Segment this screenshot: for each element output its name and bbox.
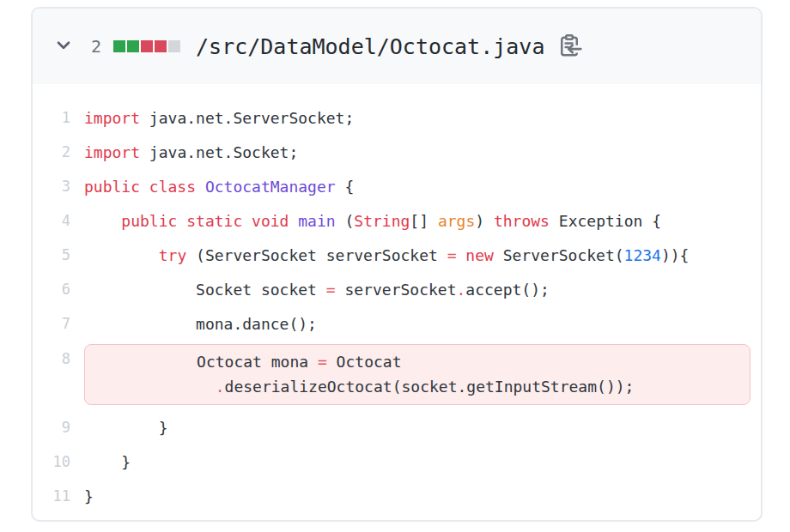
code-token: Octocat mona (85, 353, 318, 371)
code-line: 7 mona.dance(); (33, 306, 761, 341)
code-token: . (216, 378, 225, 396)
code-panel: 1import java.net.ServerSocket;2import ja… (33, 84, 761, 513)
code-token: public class (84, 178, 196, 196)
code-text: mona.dance(); (84, 315, 317, 333)
code-line: 10 } (33, 444, 761, 479)
line-number: 8 (33, 344, 70, 367)
code-token (289, 212, 298, 230)
line-number: 6 (33, 281, 70, 298)
code-token (84, 212, 121, 230)
code-text: Octocat mona = Octocat (85, 349, 750, 374)
code-token: args (438, 212, 475, 230)
code-token (457, 246, 466, 264)
code-token: accept(); (465, 281, 550, 299)
code-token: public static void (121, 212, 289, 230)
line-number: 9 (33, 419, 70, 436)
change-count: 2 (91, 36, 101, 57)
code-token: mona.dance(); (84, 315, 317, 333)
code-line: 11} (33, 479, 761, 513)
code-token (85, 378, 216, 396)
chevron-down-icon (54, 36, 73, 57)
code-token: (ServerSocket serverSocket (186, 246, 447, 264)
code-token: ) (475, 212, 494, 230)
code-token: = (326, 281, 336, 299)
diff-block (127, 40, 139, 52)
code-text: public class OctocatManager { (84, 178, 354, 196)
code-token: ( (336, 212, 355, 230)
code-text: } (84, 419, 168, 437)
code-token: } (84, 419, 168, 437)
code-text: } (84, 487, 94, 505)
code-token: [] (410, 212, 438, 230)
code-token: = (447, 246, 457, 264)
page-root: { "header": { "collapse_icon": "chevron-… (0, 0, 790, 532)
line-number: 7 (33, 315, 70, 332)
file-header: 2 /src/DataModel/Octocat.java (33, 9, 761, 84)
code-token: throws (494, 212, 550, 230)
highlighted-code-box[interactable]: Octocat mona = Octocat .deserializeOctoc… (84, 344, 750, 405)
line-number: 2 (33, 143, 70, 160)
line-number: 10 (33, 453, 70, 470)
file-card: 2 /src/DataModel/Octocat.java 1import ja… (31, 7, 763, 522)
code-token: Socket socket (84, 281, 326, 299)
code-text: public static void main (String[] args) … (84, 212, 661, 230)
code-token: Exception { (550, 212, 661, 230)
code-token: 1234 (624, 246, 661, 264)
code-token: ServerSocket( (494, 246, 624, 264)
diff-blocks (113, 40, 180, 52)
code-line: 4 public static void main (String[] args… (33, 203, 761, 238)
line-number: 5 (33, 246, 70, 263)
code-token: try (159, 246, 187, 264)
diff-block (168, 40, 180, 52)
code-line: 9 } (33, 410, 761, 444)
code-token: { (336, 178, 355, 196)
code-token: } (84, 487, 94, 505)
code-token: String (354, 212, 410, 230)
code-text: import java.net.ServerSocket; (84, 109, 354, 127)
line-number: 11 (33, 487, 70, 505)
code-token: . (457, 281, 466, 299)
code-token: )){ (661, 246, 690, 264)
file-path: /src/DataModel/Octocat.java (196, 34, 544, 59)
code-text: import java.net.Socket; (84, 143, 298, 161)
clipboard-paste-icon (556, 33, 582, 61)
code-line: 5 try (ServerSocket serverSocket = new S… (33, 238, 761, 272)
line-number: 3 (33, 178, 70, 195)
code-token (196, 178, 205, 196)
code-token: main (298, 212, 335, 230)
diff-block (141, 40, 153, 52)
copy-button[interactable] (555, 32, 584, 61)
code-token: import (84, 109, 140, 127)
code-line: 8 Octocat mona = Octocat .deserializeOct… (33, 344, 761, 405)
code-token: import (84, 143, 140, 161)
line-number: 1 (33, 109, 70, 126)
code-token: serverSocket (336, 281, 457, 299)
code-token: = (318, 353, 327, 371)
code-text: Socket socket = serverSocket.accept(); (84, 281, 550, 299)
code-line: 2import java.net.Socket; (33, 135, 761, 169)
code-line: 6 Socket socket = serverSocket.accept(); (33, 272, 761, 306)
code-token: java.net.ServerSocket; (140, 109, 354, 127)
code-line: 1import java.net.ServerSocket; (33, 100, 761, 135)
code-token (84, 246, 159, 264)
diff-block (155, 40, 167, 52)
line-number: 4 (33, 212, 70, 229)
code-line: 3public class OctocatManager { (33, 169, 761, 203)
code-token: new (465, 246, 494, 264)
code-token: java.net.Socket; (140, 143, 298, 161)
diff-block (113, 40, 125, 52)
code-token: deserializeOctocat(socket.getInputStream… (225, 378, 635, 396)
code-token: } (84, 453, 131, 471)
code-text: } (84, 453, 131, 471)
code-token: Octocat (327, 353, 402, 371)
code-text: try (ServerSocket serverSocket = new Ser… (84, 246, 689, 264)
code-text: .deserializeOctocat(socket.getInputStrea… (85, 374, 750, 399)
code-token: OctocatManager (205, 178, 336, 196)
collapse-button[interactable] (53, 36, 74, 57)
